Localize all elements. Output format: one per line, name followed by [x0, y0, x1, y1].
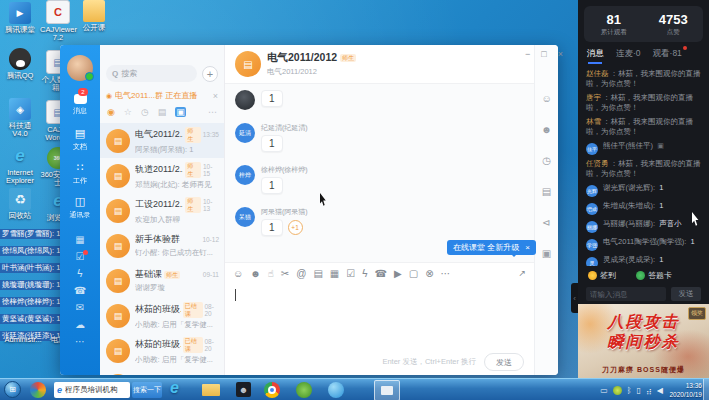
- nav-item[interactable]: 2 消息: [73, 91, 87, 119]
- toolbar-icon[interactable]: ☝: [268, 268, 274, 279]
- taskbar-app-dark[interactable]: ☻: [236, 382, 251, 397]
- message-input[interactable]: [225, 283, 534, 349]
- sender-avatar[interactable]: 呆猫: [235, 207, 255, 227]
- chat-list-item[interactable]: 基础课 师生 09-11 谢谢罗璇: [100, 263, 224, 298]
- search-input[interactable]: Q 搜索: [106, 65, 197, 82]
- side-strip-icon[interactable]: ☺: [541, 93, 551, 104]
- sender-avatar[interactable]: 延清: [235, 123, 255, 143]
- toolbar-icon[interactable]: ▤: [313, 268, 322, 279]
- taskbar-chrome-icon[interactable]: [264, 382, 280, 398]
- tooltip-close-icon[interactable]: ×: [525, 243, 530, 252]
- send-button[interactable]: 发送: [484, 353, 524, 371]
- nav-item[interactable]: ◫ 通讯录: [70, 193, 91, 221]
- chat-list-item[interactable]: 林茹的班级... 已结课 08-20 小助教: 启用「复学健...: [100, 333, 224, 368]
- live-tab[interactable]: 消息: [587, 48, 604, 60]
- toolbar-icon[interactable]: ϟ: [362, 268, 367, 279]
- plus-one-sticker[interactable]: +1: [288, 220, 303, 235]
- taskbar-app-pinwheel[interactable]: [30, 382, 46, 398]
- filter-tab-icon[interactable]: ⋯: [208, 107, 217, 117]
- live-broadcast-banner[interactable]: ◉ 电气2011...群 正在直播 ×: [106, 88, 218, 103]
- taskbar-active-app[interactable]: [374, 380, 400, 400]
- side-strip-icon[interactable]: ▤: [542, 186, 551, 197]
- live-tab[interactable]: 观看·81: [653, 48, 682, 60]
- upgrade-tooltip[interactable]: 在线课堂 全新升级 ×: [447, 240, 536, 255]
- toolbar-icon[interactable]: ⊗: [425, 268, 433, 279]
- taskbar-browser-icon[interactable]: [328, 382, 344, 398]
- filter-tab-icon[interactable]: ▣: [175, 107, 186, 117]
- side-strip-icon[interactable]: ▣: [542, 248, 551, 259]
- tray-device-icon[interactable]: ▯: [637, 386, 641, 395]
- taskbar-360-icon[interactable]: [296, 382, 312, 398]
- add-button[interactable]: +: [202, 66, 218, 82]
- taskbar-search-box[interactable]: e 程序员培训机构: [54, 382, 130, 398]
- sidebar-tool[interactable]: ▦: [75, 231, 84, 248]
- toolbar-icon[interactable]: ☎: [375, 268, 387, 279]
- chat-list-item[interactable]: 工设2011/2.. 师生 10-13 欢迎加入群聊: [100, 193, 224, 228]
- live-send-button[interactable]: 发送: [671, 287, 701, 301]
- nav-item[interactable]: ▤ 文档: [73, 125, 87, 153]
- chat-list-item[interactable]: 电气2011/2.. 师生 13:35 阿呆猫(阿呆猫): 1: [100, 123, 224, 158]
- desktop-icon-admin[interactable]: Administr...: [2, 336, 44, 344]
- desktop-icon[interactable]: 腾讯QQ: [2, 48, 38, 80]
- desktop-icon[interactable]: 科技通 V4.0: [2, 98, 38, 138]
- taskbar-folder-icon[interactable]: [202, 384, 220, 396]
- close-button[interactable]: ×: [558, 49, 563, 59]
- bluetooth-icon[interactable]: ᛒ: [627, 386, 632, 395]
- sidebar-tool[interactable]: ☎: [74, 282, 86, 299]
- sidebar-tool[interactable]: ☁: [75, 316, 85, 333]
- live-action-button[interactable]: 签到: [588, 270, 616, 281]
- minimize-button[interactable]: −: [525, 49, 530, 59]
- toolbar-icon[interactable]: ✂: [281, 268, 289, 279]
- desktop-icon[interactable]: 回收站: [2, 188, 38, 220]
- desktop-icon[interactable]: 腾讯课堂: [2, 2, 38, 34]
- nav-item[interactable]: ∷ 工作: [73, 159, 87, 187]
- sidebar-tool[interactable]: ✉: [76, 299, 84, 316]
- banner-close-icon[interactable]: ×: [213, 91, 218, 101]
- toolbar-icon[interactable]: @: [296, 268, 306, 279]
- sender-avatar[interactable]: 梓烨: [235, 165, 255, 185]
- toolbar-icon[interactable]: ☑: [346, 268, 355, 279]
- side-strip-icon[interactable]: ☻: [541, 124, 552, 135]
- desktop-icon[interactable]: Internet Explorer: [2, 145, 38, 185]
- desktop-icon[interactable]: 公开课: [76, 0, 112, 32]
- start-button[interactable]: ⊞: [4, 381, 21, 398]
- sidebar-tool[interactable]: ϟ: [77, 265, 82, 282]
- chat-list-item[interactable]: 新手体验群 10-12 钉小醒: 你已成功在钉...: [100, 228, 224, 263]
- toolbar-icon[interactable]: ▦: [330, 268, 339, 279]
- toolbar-icon[interactable]: ☻: [250, 268, 261, 279]
- toolbar-icon[interactable]: ↗: [518, 268, 526, 278]
- taskbar-ie-icon[interactable]: e: [170, 379, 179, 397]
- toolbar-icon[interactable]: ▢: [409, 268, 418, 279]
- sender-avatar[interactable]: [235, 90, 255, 110]
- live-action-button[interactable]: 答题卡: [636, 270, 672, 281]
- chat-time: 10-12: [202, 236, 219, 243]
- desktop-icon[interactable]: CAJViewer 7.2: [40, 0, 76, 42]
- filter-tab-icon[interactable]: ◷: [141, 107, 149, 117]
- group-avatar-large[interactable]: [235, 51, 261, 77]
- side-strip-icon[interactable]: ⊲: [542, 217, 550, 228]
- user-avatar[interactable]: [67, 55, 93, 81]
- tray-security-icon[interactable]: [613, 386, 622, 395]
- filter-tab-icon[interactable]: ◉: [107, 107, 115, 117]
- toolbar-icon[interactable]: ▶: [394, 268, 402, 279]
- toolbar-icon[interactable]: ⋯: [441, 268, 451, 279]
- chat-list-item[interactable]: 林茹的班级... 已结课 08-20 小助教: 启用「复学健...: [100, 298, 224, 333]
- sidebar-tool[interactable]: ⋯: [75, 333, 85, 350]
- taskbar-clock[interactable]: 13:36 2020/10/19: [660, 381, 702, 399]
- filter-tab-icon[interactable]: ☆: [124, 107, 132, 117]
- live-chat-input[interactable]: [586, 287, 666, 301]
- show-desktop-button[interactable]: [703, 379, 709, 400]
- panel-collapse-handle[interactable]: ‹: [571, 283, 578, 313]
- maximize-button[interactable]: □: [541, 49, 546, 59]
- live-tab[interactable]: 连麦·0: [616, 48, 641, 60]
- toolbar-icon[interactable]: ☺: [233, 268, 243, 279]
- filter-tab-icon[interactable]: ▤: [158, 107, 167, 117]
- ad-banner[interactable]: 八段攻击 瞬间秒杀 刀刀麻痹 BOSS随便爆 领奖: [578, 304, 709, 378]
- chat-list-item[interactable]: 电气1821/1.. 师生: [100, 368, 224, 375]
- side-strip-icon[interactable]: ◷: [542, 155, 551, 166]
- network-signal-icon[interactable]: ⣴: [646, 386, 652, 395]
- tray-app-icon[interactable]: ▭: [600, 386, 608, 395]
- chat-list-item[interactable]: 轨道2011/2.. 师生 10-15 郑慧娴(北妃): 老师再见: [100, 158, 224, 193]
- taskbar-search-button[interactable]: 搜索一下: [132, 382, 162, 398]
- sidebar-tool[interactable]: ☑: [76, 248, 85, 265]
